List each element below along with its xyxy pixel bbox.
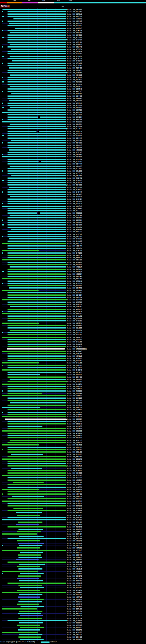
hit-label[interactable]: UniRef100_B6SZT9 — [67, 458, 82, 460]
hit-row[interactable]: UniRef100_P04784 — [0, 278, 146, 280]
hit-row[interactable]: UniRef100_C6T073 — [0, 552, 146, 554]
hit-row[interactable]: UniRef100_A9NNZ3 — [0, 488, 146, 490]
hit-label[interactable]: UniRef100_A9NLD5 — [67, 496, 82, 498]
hit-label[interactable]: UniRef100_O46184 — [67, 296, 82, 298]
hit-label[interactable]: UniRef100_P07371 — [67, 16, 82, 17]
hsp-bar[interactable] — [17, 540, 40, 542]
hit-label[interactable]: UniRef100_Q4VV60 — [67, 378, 82, 380]
hit-label[interactable]: UniRef100_P15195 — [67, 421, 82, 423]
hsp-bar[interactable] — [7, 276, 66, 277]
hit-label[interactable]: UniRef100_B40143 — [67, 369, 82, 371]
hsp-bar[interactable] — [7, 449, 66, 450]
hsp-bar[interactable] — [2, 489, 39, 490]
hit-row[interactable]: UniRef100_B5X45B — [0, 376, 146, 378]
hsp-bar[interactable] — [2, 449, 3, 450]
hit-row[interactable]: UniRef100_A5BPB2 — [0, 76, 146, 78]
hit-row[interactable]: UniRef100_B9RHG4 — [0, 533, 146, 535]
hsp-bar[interactable] — [14, 28, 66, 29]
hsp-bar[interactable] — [7, 170, 66, 172]
hit-row[interactable]: UniRef100_A9NM18 — [0, 493, 146, 495]
hsp-bar[interactable] — [11, 49, 66, 50]
hsp-bar[interactable] — [7, 325, 66, 326]
hit-label[interactable]: UniRef100_P12471 — [67, 177, 82, 179]
hit-label[interactable]: UniRef100_C47NZ9 — [67, 346, 82, 348]
hit-label[interactable]: UniRef100_C0PQF4 — [67, 322, 82, 324]
hit-row[interactable]: UniRef100_B4YY86 — [0, 240, 146, 242]
hit-label[interactable]: UniRef100_A3FGK2 — [67, 18, 82, 20]
hit-label[interactable]: UniRef100_A9NM18 — [67, 493, 82, 495]
hsp-bar[interactable] — [18, 618, 42, 619]
hit-row[interactable]: UniRef100_P07370 — [0, 205, 146, 207]
hit-row[interactable]: UniRef100_Q70PN4 — [0, 500, 146, 502]
hsp-bar[interactable] — [7, 280, 66, 282]
hsp-bar[interactable] — [2, 112, 66, 113]
hsp-bar[interactable] — [40, 212, 66, 214]
hit-row[interactable]: UniRef100_P40963 — [0, 228, 146, 231]
hsp-bar[interactable] — [7, 222, 66, 223]
hit-row[interactable]: UniRef100_P27497 — [0, 247, 146, 250]
hsp-bar[interactable] — [7, 409, 66, 410]
hit-label[interactable]: UniRef100_B9F0C1 — [67, 505, 82, 507]
hsp-bar[interactable] — [7, 503, 66, 504]
hsp-bar[interactable] — [7, 184, 66, 186]
hsp-bar[interactable] — [9, 330, 66, 331]
hsp-bar[interactable] — [2, 271, 4, 272]
hsp-bar[interactable] — [7, 11, 66, 12]
hit-label[interactable]: UniRef100_P12330 — [67, 486, 82, 488]
hit-label[interactable]: UniRef100_A9NNZ3 — [67, 489, 82, 490]
hit-label[interactable]: UniRef100_C5Z2L5 — [67, 584, 82, 586]
hit-label[interactable]: UniRef100_P40963 — [67, 229, 82, 230]
hit-row[interactable]: UniRef100_P27490 — [0, 67, 146, 69]
hit-row[interactable]: UniRef100_B9FWZ2 — [0, 608, 146, 610]
hit-label[interactable]: UniRef100_Q1EP45 — [67, 135, 82, 137]
hit-row[interactable]: UniRef100_Q33TE0 — [0, 128, 146, 130]
hsp-bar[interactable] — [17, 566, 41, 567]
hit-label[interactable]: UniRef100_B95F47 — [67, 102, 82, 104]
hit-label[interactable]: UniRef100_Q9FKM5 — [67, 592, 82, 594]
hit-row[interactable]: UniRef100_Q4VV57 — [0, 338, 146, 340]
hit-row[interactable]: UniRef100_B9LVY2 — [0, 507, 146, 509]
hit-row[interactable]: UniRef100_O81971 — [0, 544, 146, 547]
hsp-bar[interactable] — [18, 543, 44, 544]
hit-label[interactable]: UniRef100_A9TP60 — [67, 632, 82, 633]
hsp-bar[interactable] — [2, 224, 4, 226]
hit-row[interactable]: UniRef100_Q9ZWG2 — [0, 78, 146, 81]
hsp-bar[interactable] — [7, 428, 66, 429]
hsp-bar[interactable] — [17, 604, 39, 605]
hit-label[interactable]: UniRef100_Q81391 — [67, 9, 82, 10]
hit-label[interactable]: UniRef100_Q43H71 — [67, 566, 82, 568]
hit-row[interactable]: UniRef100_Q9C8S5 — [0, 374, 146, 376]
hit-label[interactable]: UniRef100_A5C4U9 — [67, 133, 82, 134]
hit-label[interactable]: UniRef100_P27494 — [67, 105, 82, 106]
hit-label[interactable]: UniRef100_B8A2Y7 — [67, 601, 82, 603]
hit-row[interactable]: UniRef100_P27571 — [0, 526, 146, 528]
hit-row[interactable]: UniRef100_O40812 — [0, 434, 146, 437]
hsp-bar[interactable] — [2, 220, 3, 221]
hsp-bar[interactable] — [7, 388, 66, 389]
hit-row[interactable]: UniRef100_O64448 — [0, 107, 146, 109]
hit-label[interactable]: UniRef100_A5BPB2 — [67, 76, 82, 78]
hit-row[interactable]: UniRef100_O24401 — [0, 298, 146, 301]
hit-row[interactable]: UniRef100_Q8L7L4 — [0, 634, 146, 636]
hit-row[interactable]: UniRef100_Q8H6A5 — [0, 558, 146, 561]
hit-label[interactable]: UniRef100_Q4XX65 — [67, 409, 82, 411]
hit-label[interactable]: UniRef100_B9GGR5 — [67, 629, 82, 631]
hit-row[interactable]: UniRef100_B1N226 — [0, 397, 146, 399]
hit-row[interactable]: UniRef100_C1K5B6 — [0, 472, 146, 474]
hit-label[interactable]: UniRef100_Q40769 — [67, 353, 82, 354]
hsp-bar[interactable] — [7, 39, 66, 40]
hsp-bar[interactable] — [2, 475, 66, 476]
hit-label[interactable]: UniRef100_A9RJ53 — [67, 440, 82, 441]
hsp-bar[interactable] — [7, 353, 66, 354]
hit-row[interactable]: UniRef100_A4F3R3 — [0, 90, 146, 92]
hit-label[interactable]: UniRef100_O64443 — [67, 147, 82, 148]
hit-row[interactable]: UniRef100_Q4VV61 — [0, 362, 146, 364]
hit-row[interactable]: UniRef100_O64447 — [0, 137, 146, 139]
hsp-bar[interactable] — [7, 79, 66, 80]
hit-row[interactable]: UniRef100_Q41787 — [0, 238, 146, 240]
hit-label[interactable]: UniRef100_Q40771 — [67, 268, 82, 270]
hit-label[interactable]: UniRef100_Q8H6A5 — [67, 559, 82, 560]
hit-row[interactable]: UniRef100_A9NZI1 — [0, 432, 146, 434]
hit-row[interactable]: UniRef100_C0PQF4 — [0, 322, 146, 324]
hit-row[interactable]: UniRef100_Q41234 — [0, 383, 146, 385]
